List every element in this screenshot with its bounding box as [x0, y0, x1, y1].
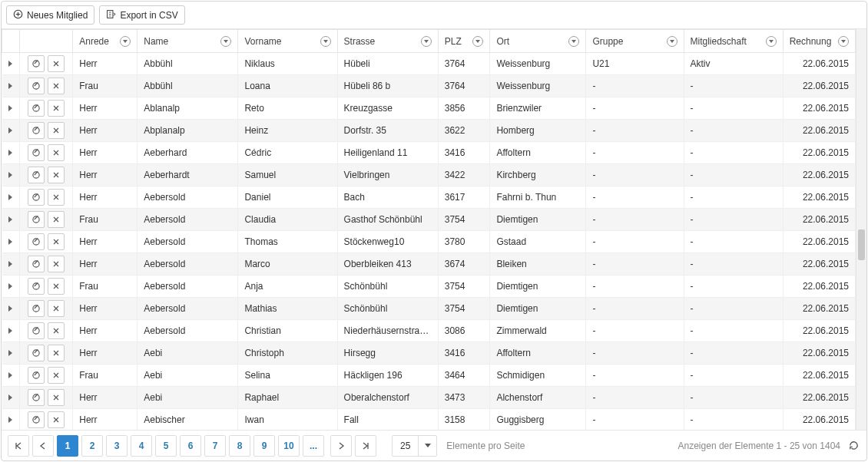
- page-number-button[interactable]: 6: [180, 435, 201, 457]
- edit-button[interactable]: [28, 189, 45, 206]
- delete-button[interactable]: [48, 189, 65, 206]
- page-size-select[interactable]: 25: [392, 435, 437, 457]
- delete-button[interactable]: [48, 411, 65, 428]
- table-row[interactable]: HerrAebersoldMathiasSchönbühl3754Diemtig…: [2, 298, 856, 320]
- page-next-button[interactable]: [330, 435, 352, 457]
- delete-button[interactable]: [48, 278, 65, 295]
- edit-button[interactable]: [28, 389, 45, 406]
- page-number-button[interactable]: 4: [131, 435, 152, 457]
- expand-icon[interactable]: [8, 372, 12, 378]
- table-row[interactable]: HerrAebiChristophHirsegg3416Affoltern--2…: [2, 342, 856, 365]
- table-row[interactable]: HerrAebersoldChristianNiederhäusernstras…: [2, 320, 856, 342]
- filter-icon[interactable]: [838, 36, 849, 47]
- table-row[interactable]: FrauAebersoldClaudiaGasthof Schönbühl375…: [2, 209, 856, 231]
- expand-icon[interactable]: [8, 105, 12, 111]
- delete-button[interactable]: [48, 144, 65, 161]
- expand-icon[interactable]: [8, 328, 12, 334]
- delete-button[interactable]: [48, 211, 65, 228]
- edit-button[interactable]: [28, 211, 45, 228]
- page-last-button[interactable]: [355, 435, 376, 457]
- table-row[interactable]: HerrAebersoldThomasStöckenweg103780Gstaa…: [2, 231, 856, 253]
- export-csv-button[interactable]: Export in CSV: [99, 5, 184, 25]
- expand-icon[interactable]: [8, 417, 12, 423]
- delete-button[interactable]: [48, 322, 65, 339]
- delete-button[interactable]: [48, 345, 65, 361]
- filter-icon[interactable]: [320, 36, 331, 47]
- refresh-button[interactable]: [846, 439, 860, 453]
- header-name[interactable]: Name: [137, 30, 238, 53]
- filter-icon[interactable]: [667, 36, 678, 47]
- expand-icon[interactable]: [8, 261, 12, 267]
- delete-button[interactable]: [48, 55, 65, 72]
- filter-icon[interactable]: [220, 36, 231, 47]
- edit-button[interactable]: [28, 411, 45, 428]
- expand-icon[interactable]: [8, 172, 12, 178]
- delete-button[interactable]: [48, 122, 65, 139]
- edit-button[interactable]: [28, 233, 45, 250]
- expand-icon[interactable]: [8, 127, 12, 134]
- delete-button[interactable]: [48, 300, 65, 317]
- delete-button[interactable]: [48, 367, 65, 384]
- table-row[interactable]: HerrAbplanalpHeinzDorfstr. 353622Homberg…: [2, 120, 856, 142]
- delete-button[interactable]: [48, 167, 65, 183]
- page-more-button[interactable]: ...: [303, 435, 324, 457]
- edit-button[interactable]: [28, 256, 45, 272]
- filter-icon[interactable]: [766, 36, 777, 47]
- expand-icon[interactable]: [8, 305, 12, 312]
- header-ort[interactable]: Ort: [490, 30, 586, 53]
- scroll-thumb[interactable]: [858, 229, 865, 260]
- header-plz[interactable]: PLZ: [438, 30, 490, 53]
- edit-button[interactable]: [28, 300, 45, 317]
- header-strasse[interactable]: Strasse: [337, 30, 438, 53]
- table-row[interactable]: HerrAebischerIwanFall3158Guggisberg--22.…: [2, 409, 856, 431]
- expand-icon[interactable]: [8, 350, 12, 356]
- header-mitgliedschaft[interactable]: Mitgliedschaft: [684, 30, 783, 53]
- page-number-button[interactable]: 9: [253, 435, 275, 457]
- filter-icon[interactable]: [472, 36, 483, 47]
- table-row[interactable]: FrauAebiSelinaHäckligen 1963464Schmidige…: [2, 365, 856, 387]
- expand-icon[interactable]: [8, 61, 12, 67]
- page-prev-button[interactable]: [32, 435, 54, 457]
- edit-button[interactable]: [28, 78, 45, 94]
- edit-button[interactable]: [28, 167, 45, 183]
- new-member-button[interactable]: Neues Mitglied: [6, 5, 94, 25]
- expand-icon[interactable]: [8, 283, 12, 289]
- filter-icon[interactable]: [120, 36, 131, 47]
- edit-button[interactable]: [28, 122, 45, 139]
- page-number-button[interactable]: 5: [155, 435, 177, 457]
- delete-button[interactable]: [48, 256, 65, 272]
- vertical-scrollbar[interactable]: [856, 29, 866, 430]
- expand-icon[interactable]: [8, 194, 12, 200]
- table-row[interactable]: HerrAbbühlNiklausHübeli3764WeissenburgU2…: [2, 53, 856, 75]
- expand-icon[interactable]: [8, 83, 12, 89]
- table-row[interactable]: HerrAeberhardCédricHeiligenland 113416Af…: [2, 142, 856, 164]
- delete-button[interactable]: [48, 78, 65, 94]
- filter-icon[interactable]: [568, 36, 579, 47]
- edit-button[interactable]: [28, 322, 45, 339]
- table-row[interactable]: FrauAebersoldAnjaSchönbühl3754Diemtigen-…: [2, 276, 856, 298]
- edit-button[interactable]: [28, 100, 45, 117]
- header-rechnung[interactable]: Rechnung: [783, 30, 855, 53]
- page-number-button[interactable]: 7: [204, 435, 226, 457]
- header-gruppe[interactable]: Gruppe: [586, 30, 684, 53]
- filter-icon[interactable]: [421, 36, 432, 47]
- table-row[interactable]: HerrAebersoldDanielBach3617Fahrni b. Thu…: [2, 186, 856, 209]
- header-anrede[interactable]: Anrede: [73, 30, 137, 53]
- edit-button[interactable]: [28, 367, 45, 384]
- table-row[interactable]: HerrAebiRaphaelOberalchenstorf3473Alchen…: [2, 387, 856, 409]
- header-vorname[interactable]: Vorname: [238, 30, 337, 53]
- expand-icon[interactable]: [8, 394, 12, 401]
- table-row[interactable]: FrauAbbühlLoanaHübeli 86 b3764Weissenbur…: [2, 75, 856, 97]
- expand-icon[interactable]: [8, 239, 12, 245]
- table-row[interactable]: HerrAblanalpRetoKreuzgasse3856Brienzwile…: [2, 97, 856, 120]
- delete-button[interactable]: [48, 100, 65, 117]
- page-number-button[interactable]: 10: [278, 435, 300, 457]
- edit-button[interactable]: [28, 55, 45, 72]
- delete-button[interactable]: [48, 389, 65, 406]
- table-row[interactable]: HerrAeberhardtSamuelVielbringen3422Kirch…: [2, 164, 856, 186]
- page-first-button[interactable]: [8, 435, 29, 457]
- table-row[interactable]: HerrAebersoldMarcoOberbleiken 4133674Ble…: [2, 253, 856, 276]
- page-number-button[interactable]: 3: [106, 435, 128, 457]
- page-number-button[interactable]: 2: [81, 435, 103, 457]
- edit-button[interactable]: [28, 278, 45, 295]
